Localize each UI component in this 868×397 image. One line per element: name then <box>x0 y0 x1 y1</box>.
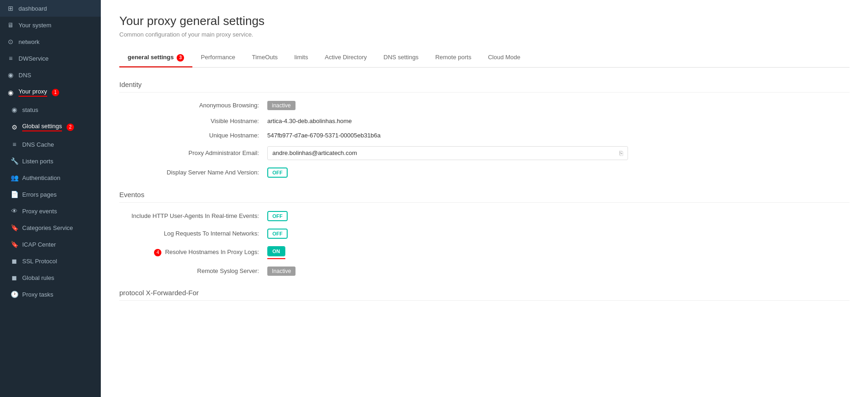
sidebar-item-proxy-events[interactable]: 👁 Proxy events <box>0 203 101 219</box>
auth-icon: 👥 <box>10 174 18 181</box>
toggle-off-side: OFF <box>268 230 287 238</box>
resolve-hostnames-toggle[interactable]: ON OFF <box>267 246 285 259</box>
dns-icon: ◉ <box>6 71 15 79</box>
tab-active-directory[interactable]: Active Directory <box>316 49 375 68</box>
sidebar-item-authentication[interactable]: 👥 Authentication <box>0 169 101 186</box>
tabs-bar: general settings 3 Performance TimeOuts … <box>119 49 850 68</box>
identity-section: Identity Anonymous Browsing: inactive Vi… <box>119 81 850 178</box>
sidebar-item-label: Your system <box>18 22 51 29</box>
eventos-title: Eventos <box>119 191 850 203</box>
anonymous-browsing-badge: inactive <box>267 101 295 110</box>
sidebar-item-label: Your proxy <box>18 88 47 97</box>
sidebar-item-errors-pages[interactable]: 📄 Errors pages <box>0 186 101 203</box>
sidebar-item-dwservice[interactable]: ≡ DWService <box>0 50 101 67</box>
dwservice-icon: ≡ <box>6 55 15 62</box>
resolve-hostnames-row: 4 Resolve Hostnames In Proxy Logs: ON OF… <box>119 246 850 259</box>
remote-syslog-row: Remote Syslog Server: Inactive <box>119 267 850 276</box>
anonymous-browsing-label: Anonymous Browsing: <box>119 102 267 109</box>
tab-dns-settings[interactable]: DNS settings <box>375 49 427 68</box>
edit-icon: ⎘ <box>619 149 623 157</box>
tab-general-settings[interactable]: general settings 3 <box>119 49 192 68</box>
tab-limits[interactable]: limits <box>286 49 317 68</box>
sidebar-item-your-system[interactable]: 🖥 Your system <box>0 17 101 33</box>
sidebar-item-global-settings[interactable]: ⚙ Global settings 2 <box>0 118 101 136</box>
sidebar-item-label: DNS <box>18 72 31 79</box>
sidebar-item-label: DNS Cache <box>22 141 54 148</box>
network-icon: ⊙ <box>6 38 15 45</box>
categories-icon: 🔖 <box>10 224 18 231</box>
sidebar-item-label: Listen ports <box>22 158 53 165</box>
global-settings-badge: 2 <box>67 124 74 131</box>
toggle-display-server[interactable]: ON OFF <box>267 167 288 178</box>
proxy-email-row: Proxy Administrator Email: andre.bolinha… <box>119 146 850 160</box>
sidebar-item-label: Errors pages <box>22 191 56 198</box>
tab-performance[interactable]: Performance <box>192 49 243 68</box>
page-title: Your proxy general settings <box>119 14 850 28</box>
sidebar-item-proxy-tasks[interactable]: 🕐 Proxy tasks <box>0 286 101 303</box>
sidebar-item-label: Proxy tasks <box>22 291 53 298</box>
sidebar-item-label: DWService <box>18 55 49 62</box>
eventos-section: Eventos Include HTTP User-Agents In Real… <box>119 191 850 276</box>
sidebar-item-global-rules[interactable]: ◼ Global rules <box>0 269 101 286</box>
toggle-off-side: OFF <box>268 212 287 220</box>
remote-syslog-badge: Inactive <box>267 267 295 276</box>
sidebar-item-label: dashboard <box>18 5 47 12</box>
sidebar-item-network[interactable]: ⊙ network <box>0 33 101 50</box>
http-user-agents-label: Include HTTP User-Agents In Real-time Ev… <box>119 212 267 219</box>
sidebar-item-dns[interactable]: ◉ DNS <box>0 67 101 83</box>
unique-hostname-row: Unique Hostname: 547fb977-d7ae-6709-5371… <box>119 132 850 139</box>
status-icon: ◉ <box>10 106 18 113</box>
log-requests-toggle[interactable]: ON OFF <box>267 229 288 239</box>
remote-syslog-label: Remote Syslog Server: <box>119 267 267 274</box>
tab-remote-ports[interactable]: Remote ports <box>427 49 480 68</box>
remote-syslog-value: Inactive <box>267 267 295 276</box>
resolve-hostnames-badge: 4 <box>154 249 161 256</box>
visible-hostname-value: artica-4.30-deb.abolinhas.home <box>267 118 352 124</box>
sidebar-item-label: Authentication <box>22 174 60 181</box>
proxy-tasks-icon: 🕐 <box>10 291 18 298</box>
display-server-name-row: Display Server Name And Version: ON OFF <box>119 167 850 178</box>
proxy-icon: ◉ <box>6 89 15 96</box>
sidebar-item-icap-center[interactable]: 🔖 ICAP Center <box>0 236 101 253</box>
tab-general-settings-badge: 3 <box>177 54 184 62</box>
toggle-log-requests[interactable]: ON OFF <box>267 229 288 239</box>
listen-ports-icon: 🔧 <box>10 157 18 165</box>
tab-timeouts[interactable]: TimeOuts <box>244 49 286 68</box>
toggle-off-side: OFF <box>268 168 287 177</box>
system-icon: 🖥 <box>6 21 15 29</box>
sidebar-item-label: Proxy events <box>22 208 57 215</box>
proxy-badge: 1 <box>52 89 59 96</box>
icap-icon: 🔖 <box>10 241 18 248</box>
http-user-agents-row: Include HTTP User-Agents In Real-time Ev… <box>119 211 850 221</box>
display-server-name-label: Display Server Name And Version: <box>119 169 267 176</box>
sidebar-item-listen-ports[interactable]: 🔧 Listen ports <box>0 153 101 169</box>
anonymous-browsing-row: Anonymous Browsing: inactive <box>119 101 850 110</box>
proxy-email-label: Proxy Administrator Email: <box>119 149 267 156</box>
toggle-resolve-hostnames[interactable]: ON OFF <box>267 246 285 256</box>
sidebar-item-label: SSL Protocol <box>22 258 57 265</box>
sidebar-item-dashboard[interactable]: ⊞ dashboard <box>0 0 101 17</box>
errors-icon: 📄 <box>10 191 18 198</box>
ssl-icon: ◼ <box>10 257 18 265</box>
tab-cloud-mode[interactable]: Cloud Mode <box>480 49 529 68</box>
page-subtitle: Common configuration of your main proxy … <box>119 31 850 38</box>
identity-title: Identity <box>119 81 850 93</box>
sidebar-item-ssl-protocol[interactable]: ◼ SSL Protocol <box>0 253 101 269</box>
settings-icon: ⚙ <box>10 124 18 131</box>
protocol-title: protocol X-Forwarded-For <box>119 289 850 301</box>
sidebar-item-your-proxy[interactable]: ◉ Your proxy 1 <box>0 83 101 101</box>
display-server-name-toggle[interactable]: ON OFF <box>267 167 288 178</box>
sidebar-item-label: Global rules <box>22 274 54 281</box>
sidebar-item-label: status <box>22 106 38 113</box>
log-requests-row: Log Requests To Internal Networks: ON OF… <box>119 229 850 239</box>
proxy-events-icon: 👁 <box>10 207 18 215</box>
sidebar-item-status[interactable]: ◉ status <box>0 101 101 118</box>
resolve-hostnames-label: 4 Resolve Hostnames In Proxy Logs: <box>119 248 267 256</box>
http-user-agents-toggle[interactable]: ON OFF <box>267 211 288 221</box>
sidebar-item-categories-service[interactable]: 🔖 Categories Service <box>0 219 101 236</box>
toggle-http-agents[interactable]: ON OFF <box>267 211 288 221</box>
dashboard-icon: ⊞ <box>6 5 15 12</box>
sidebar-item-dns-cache[interactable]: ≡ DNS Cache <box>0 136 101 153</box>
proxy-email-input[interactable]: andre.bolinhas@articatech.com ⎘ <box>267 146 628 160</box>
toggle-on-side: ON <box>268 247 284 255</box>
